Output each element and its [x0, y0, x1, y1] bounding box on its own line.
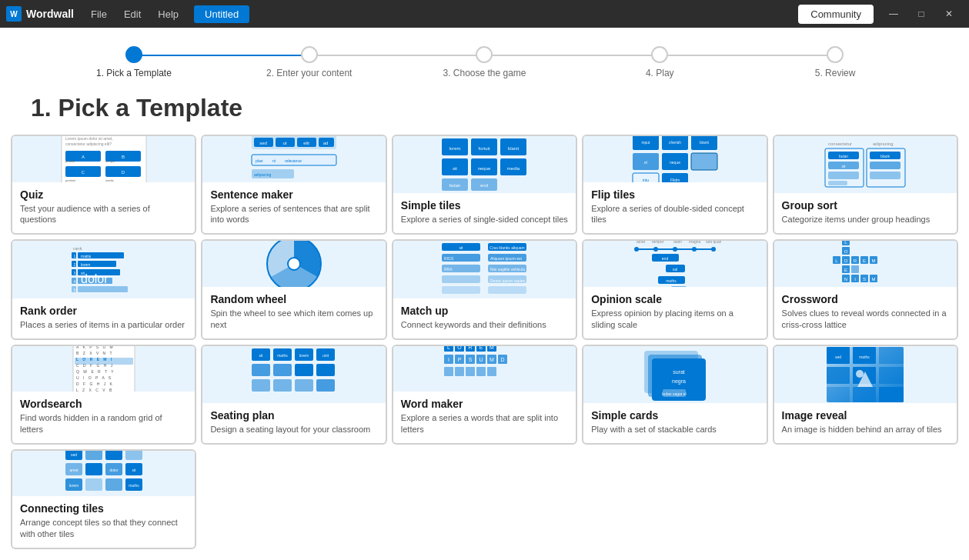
image-reveal-body: Image reveal An image is hidden behind a… [774, 403, 957, 443]
svg-rect-74 [870, 172, 901, 179]
template-simple-tiles[interactable]: lorem fortuit blanit sit neque media bul… [392, 135, 577, 235]
svg-text:tempor: tempor [105, 159, 115, 163]
app-name: Wordwall [26, 8, 74, 20]
template-seating-plan[interactable]: sit maths lorem unit Seating plan Design… [201, 345, 386, 445]
simple-cards-svg: surat negra bulan sagar el [629, 346, 721, 403]
template-image-reveal[interactable]: sed maths Image reveal An image is hidde… [773, 345, 958, 445]
template-crossword[interactable]: O L R E M L O E N I S M Crossword Solves… [773, 239, 958, 339]
svg-rect-73 [828, 172, 859, 179]
svg-text:L: L [448, 346, 451, 351]
svg-text:relevance: relevance [285, 158, 302, 163]
step-5-label: 5. Review [815, 68, 856, 78]
template-flip-tiles[interactable]: input cherish blanit el neque Flidm intu… [582, 135, 767, 235]
menu-edit[interactable]: Edit [116, 5, 149, 23]
opinion-scale-svg: amet tempor diam magna sed quam end val … [629, 241, 721, 287]
title-bar: W Wordwall File Edit Help Untitled Commu… [0, 0, 969, 28]
template-connecting-tiles[interactable]: sed amet dolor sit lorem math [11, 449, 196, 549]
svg-rect-224 [879, 347, 904, 364]
match-up-desc: Connect keywords and their definitions [401, 319, 568, 331]
app-logo: W Wordwall [6, 6, 74, 22]
template-group-sort[interactable]: consectetur adipiscing bulan blank sit G… [773, 135, 958, 235]
step-3: 3. Choose the game [397, 46, 573, 78]
community-button[interactable]: Community [798, 5, 874, 24]
group-sort-desc: Categorize items under group headings [782, 214, 949, 225]
svg-text:M: M [872, 277, 876, 282]
step-2: 2. Enter your content [222, 46, 397, 78]
close-button[interactable]: ✕ [935, 0, 963, 28]
crossword-image: O L R E M L O E N I S M [774, 241, 957, 287]
svg-text:4: 4 [73, 279, 75, 284]
svg-text:sit: sit [132, 468, 136, 472]
logo-icon: W [6, 6, 22, 22]
svg-text:unit: unit [322, 353, 329, 358]
svg-rect-175 [295, 364, 313, 376]
sentence-maker-title: Sentence maker [210, 188, 377, 201]
svg-rect-230 [853, 387, 876, 402]
word-maker-image: L O R E M I P S U M D [393, 346, 576, 392]
template-opinion-scale[interactable]: amet tempor diam magna sed quam end val … [582, 239, 767, 339]
svg-text:sit: sit [459, 245, 464, 250]
svg-rect-231 [879, 387, 904, 402]
simple-cards-image: surat negra bulan sagar el [583, 346, 766, 403]
match-up-title: Match up [401, 305, 568, 317]
template-match-up[interactable]: sit Cras blanks aliquam RIGS Aliquam ips… [392, 239, 577, 339]
svg-text:elit: elit [303, 141, 309, 145]
svg-text:RIGS: RIGS [444, 256, 454, 261]
svg-text:maths: maths [859, 355, 870, 359]
menu-bar: File Edit Help Untitled [83, 5, 249, 23]
image-reveal-title: Image reveal [782, 409, 949, 422]
template-rank-order[interactable]: rank 1 2 3 4 5 mattis lorem sit dolor [11, 239, 196, 339]
opinion-scale-body: Opinion scale Express opinion by placing… [583, 287, 766, 338]
svg-text:sed: sed [835, 355, 841, 359]
svg-text:sit: sit [842, 164, 847, 168]
template-wordsearch[interactable]: A K P S U M B Z X V N T L O R E M I C D … [11, 345, 196, 445]
template-word-maker[interactable]: L O R E M I P S U M D [392, 345, 577, 445]
svg-rect-177 [252, 379, 270, 392]
svg-text:sit: sit [453, 166, 457, 171]
svg-text:U I O P A S: U I O P A S [76, 375, 112, 380]
svg-text:O: O [458, 346, 463, 351]
svg-rect-109 [442, 286, 480, 294]
minimize-button[interactable]: — [880, 0, 907, 28]
main-area: 1. Pick a Template 2. Enter your content… [0, 28, 969, 560]
rank-order-desc: Places a series of items in a particular… [20, 319, 187, 331]
svg-text:adipiscing: adipiscing [873, 142, 894, 146]
svg-text:R: R [854, 258, 857, 263]
svg-point-227 [856, 370, 864, 378]
svg-text:O: O [844, 258, 848, 263]
quiz-svg: Lorem ipsum dolor sit amet, consectetur … [58, 136, 150, 182]
word-maker-body: Word maker Explore a series a words that… [393, 392, 576, 443]
step-2-label: 2. Enter your content [266, 68, 352, 78]
svg-text:blanit: blanit [508, 146, 520, 151]
svg-text:plan: plan [256, 158, 263, 163]
template-random-wheel[interactable]: Random wheel Spin the wheel to see which… [201, 239, 386, 339]
menu-file[interactable]: File [83, 5, 115, 23]
svg-text:sit: sit [259, 353, 264, 358]
simple-tiles-svg: lorem fortuit blanit sit neque media bul… [438, 136, 530, 193]
menu-help[interactable]: Help [150, 5, 186, 23]
svg-text:ad: ad [323, 141, 329, 145]
svg-rect-229 [827, 387, 850, 402]
flip-tiles-title: Flip tiles [591, 188, 758, 201]
opinion-scale-image: amet tempor diam magna sed quam end val … [583, 241, 766, 287]
opinion-scale-title: Opinion scale [591, 293, 758, 305]
svg-text:adipiscing: adipiscing [254, 172, 271, 177]
template-sentence-maker[interactable]: sed ut elit ad plan ni relevance adipisc… [201, 135, 386, 235]
svg-text:el: el [644, 160, 647, 165]
svg-text:D F G H J K: D F G H J K [76, 382, 114, 386]
template-simple-cards[interactable]: surat negra bulan sagar el Simple cards … [582, 345, 767, 445]
rank-order-title: Rank order [20, 305, 187, 317]
svg-text:N: N [844, 277, 847, 282]
svg-text:surat: surat [673, 369, 685, 375]
template-quiz[interactable]: Lorem ipsum dolor sit amet, consectetur … [11, 135, 196, 235]
svg-point-133 [711, 247, 716, 252]
svg-text:rank: rank [73, 246, 83, 251]
svg-text:E: E [863, 258, 866, 263]
maximize-button[interactable]: □ [907, 0, 935, 28]
svg-text:Nisi sagittis vehicula: Nisi sagittis vehicula [490, 267, 525, 272]
active-tab[interactable]: Untitled [194, 5, 249, 23]
seating-plan-body: Seating plan Design a seating layout for… [202, 403, 385, 443]
svg-text:fortuit: fortuit [479, 146, 490, 151]
rank-order-body: Rank order Places a series of items in a… [12, 298, 195, 338]
flip-tiles-desc: Explore a series of double-sided concept… [591, 203, 758, 226]
